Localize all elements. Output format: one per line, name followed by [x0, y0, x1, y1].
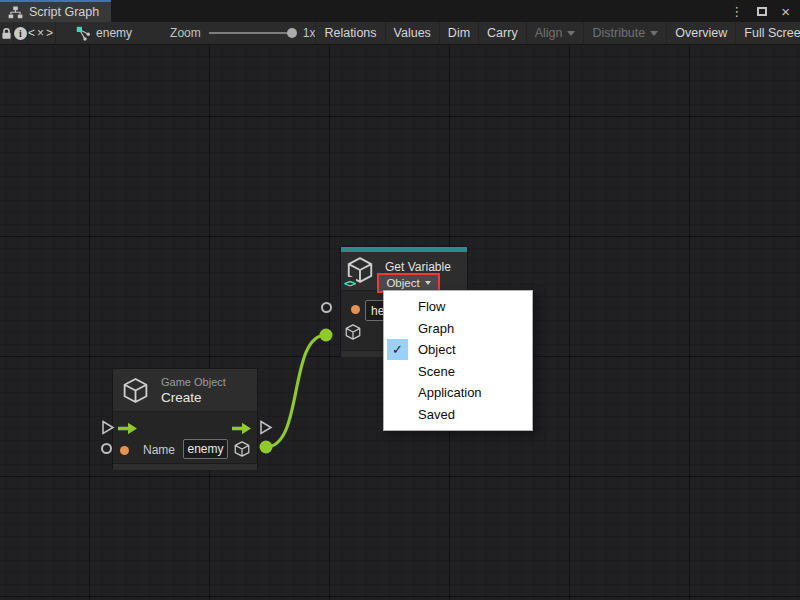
tab-bar: Script Graph ⋮ ×	[0, 0, 800, 22]
menu-item-object[interactable]: ✓ Object	[384, 339, 532, 361]
get-variable-title: Get Variable	[385, 260, 451, 274]
maximize-icon[interactable]	[757, 7, 767, 16]
menu-item-label: Saved	[418, 407, 455, 422]
distribute-label: Distribute	[592, 26, 645, 40]
full-screen-label: Full Screen	[744, 26, 800, 40]
create-category: Game Object	[161, 376, 226, 388]
zoom-value: 1x	[303, 26, 316, 40]
variable-scope-value: Object	[386, 277, 419, 289]
code-icon: <×>	[28, 26, 55, 40]
zoom-slider-handle[interactable]	[287, 28, 297, 38]
flow-input-arrow-icon[interactable]	[118, 422, 138, 435]
dim-button[interactable]: Dim	[439, 22, 478, 44]
window-menu-icon[interactable]: ⋮	[730, 5, 743, 18]
graph-toolbar: i <×> enemy Zoom 1x Relations Values	[0, 22, 800, 45]
zoom-control: Zoom 1x	[170, 22, 315, 44]
carry-button[interactable]: Carry	[478, 22, 526, 44]
overview-button[interactable]: Overview	[666, 22, 735, 44]
lock-button[interactable]	[0, 22, 14, 44]
variable-name-port[interactable]	[351, 305, 360, 314]
menu-item-label: Scene	[418, 364, 455, 379]
create-footer	[113, 463, 257, 470]
gameobject-output-cube-icon[interactable]	[233, 440, 251, 458]
create-header: Game Object Create	[113, 369, 257, 412]
menu-item-label: Object	[418, 342, 456, 357]
distribute-button[interactable]: Distribute	[583, 22, 666, 44]
chevron-down-icon	[425, 281, 431, 285]
info-icon: i	[14, 27, 27, 40]
checkmark-icon: ✓	[387, 339, 408, 360]
code-brackets-icon: <>	[343, 277, 356, 290]
relations-button[interactable]: Relations	[315, 22, 384, 44]
graph-reference-icon	[76, 26, 91, 41]
menu-item-application[interactable]: Application	[384, 382, 532, 404]
tab-script-graph[interactable]: Script Graph	[0, 0, 111, 22]
code-preview-button[interactable]: <×>	[28, 22, 56, 44]
menu-item-graph[interactable]: Graph	[384, 318, 532, 340]
get-variable-name-outer-port[interactable]	[321, 302, 332, 313]
create-body: Name enemy	[113, 412, 257, 463]
scope-dropdown-menu: Flow Graph ✓ Object Scene Application Sa…	[383, 290, 533, 431]
toolbar-buttons: Relations Values Dim Carry Align Distrib…	[315, 22, 800, 44]
menu-item-saved[interactable]: Saved	[384, 404, 532, 426]
create-title: Create	[161, 390, 202, 405]
chevron-down-icon	[567, 31, 575, 36]
graph-canvas[interactable]: <> Get Variable Object he	[0, 45, 800, 600]
menu-item-scene[interactable]: Scene	[384, 361, 532, 383]
gameobject-cube-icon	[344, 323, 362, 341]
values-button[interactable]: Values	[385, 22, 439, 44]
chevron-down-icon	[650, 31, 658, 36]
overview-label: Overview	[675, 26, 727, 40]
graph-name: enemy	[96, 26, 132, 40]
name-string-port[interactable]	[120, 446, 129, 455]
flow-exit-triangle-port[interactable]	[259, 420, 273, 435]
info-button[interactable]: i	[14, 22, 28, 44]
menu-item-flow[interactable]: Flow	[384, 296, 532, 318]
create-node[interactable]: Game Object Create Name enemy	[112, 368, 258, 469]
get-variable-header: <> Get Variable Object	[341, 252, 467, 291]
name-outer-port[interactable]	[101, 443, 112, 454]
variable-cube-icon: <>	[345, 255, 377, 289]
script-graph-window: Script Graph ⋮ × i <×>	[0, 0, 800, 600]
menu-item-label: Graph	[418, 321, 454, 336]
name-port-label: Name	[143, 443, 175, 457]
graph-breadcrumb[interactable]: enemy	[76, 22, 132, 44]
lock-icon	[0, 27, 13, 40]
carry-label: Carry	[487, 26, 518, 40]
flow-output-arrow-icon[interactable]	[232, 422, 252, 435]
graph-icon	[8, 6, 23, 19]
flow-enter-triangle-port[interactable]	[101, 420, 115, 435]
menu-item-label: Application	[418, 385, 482, 400]
gameobject-cube-icon	[121, 376, 150, 405]
variable-scope-dropdown[interactable]: Object	[379, 275, 438, 291]
name-value-input[interactable]: enemy	[183, 439, 228, 459]
window-controls: ⋮ ×	[730, 0, 800, 22]
full-screen-button[interactable]: Full Screen	[735, 22, 800, 44]
relations-label: Relations	[324, 26, 376, 40]
zoom-label: Zoom	[170, 26, 201, 40]
align-label: Align	[535, 26, 563, 40]
align-button[interactable]: Align	[526, 22, 584, 44]
dim-label: Dim	[448, 26, 470, 40]
menu-item-label: Flow	[418, 299, 445, 314]
values-label: Values	[394, 26, 431, 40]
zoom-slider[interactable]	[209, 32, 295, 34]
close-icon[interactable]: ×	[781, 4, 790, 19]
tab-label: Script Graph	[29, 5, 99, 19]
